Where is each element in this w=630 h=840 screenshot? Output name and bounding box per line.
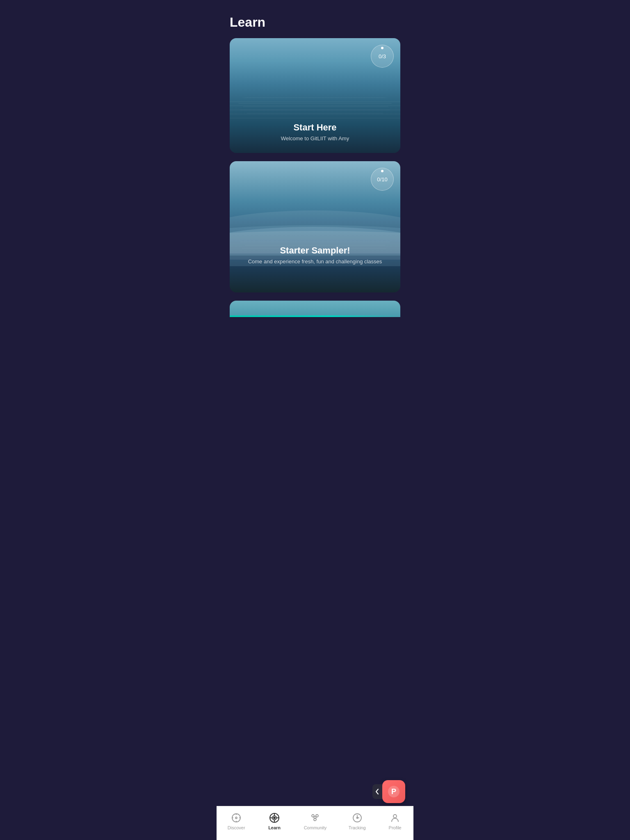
nav-label-community: Community (304, 825, 327, 830)
floating-app-chevron[interactable] (372, 784, 382, 799)
svg-point-2 (232, 814, 240, 822)
svg-point-10 (274, 817, 275, 819)
svg-point-17 (314, 818, 316, 821)
card-subtitle-1: Welcome to GitLIIT with Amy (238, 135, 392, 142)
card-inner-1: 0/3 Start Here Welcome to GitLIIT with A… (230, 38, 400, 153)
nav-item-community[interactable]: Community (299, 810, 332, 832)
card-title-1: Start Here (238, 122, 392, 133)
course-card-start-here[interactable]: 0/3 Start Here Welcome to GitLIIT with A… (230, 38, 400, 153)
nav-label-discover: Discover (228, 825, 245, 830)
third-card-peek[interactable] (230, 301, 400, 317)
progress-dot-2 (381, 170, 383, 172)
svg-point-22 (356, 817, 358, 819)
card-subtitle-2: Come and experience fresh, fun and chall… (238, 258, 392, 265)
svg-point-3 (235, 817, 237, 819)
progress-badge-2: 0/10 (371, 168, 394, 191)
svg-point-23 (393, 815, 397, 818)
tracking-icon (352, 812, 363, 824)
community-icon (309, 812, 321, 824)
compass-icon (231, 812, 242, 824)
nav-label-profile: Profile (389, 825, 402, 830)
progress-dot-1 (381, 47, 383, 49)
svg-line-20 (315, 817, 317, 819)
profile-icon (389, 812, 401, 824)
progress-badge-1: 0/3 (371, 45, 394, 68)
nav-label-tracking: Tracking (349, 825, 366, 830)
progress-text-1: 0/3 (379, 53, 386, 59)
card-inner-2: 0/10 Starter Sampler! Come and experienc… (230, 161, 400, 276)
page-container: Learn 0/3 Start Here (217, 0, 413, 350)
page-title: Learn (230, 15, 400, 30)
card-title-2: Starter Sampler! (238, 245, 392, 256)
svg-line-19 (313, 817, 315, 819)
card-content-1: Start Here Welcome to GitLIIT with Amy (238, 122, 392, 145)
course-cards-list: 0/3 Start Here Welcome to GitLIIT with A… (217, 38, 413, 292)
nav-item-tracking[interactable]: Tracking (344, 810, 371, 832)
bottom-navigation: Discover Learn (217, 806, 413, 840)
chevron-left-icon (375, 788, 379, 795)
course-card-starter-sampler[interactable]: 0/10 Starter Sampler! Come and experienc… (230, 161, 400, 292)
page-header: Learn (217, 0, 413, 38)
svg-text:P: P (391, 788, 396, 796)
nav-item-discover[interactable]: Discover (223, 810, 250, 832)
nav-item-profile[interactable]: Profile (383, 810, 407, 832)
learn-icon (269, 812, 280, 824)
teal-progress-bar (230, 315, 400, 317)
floating-app-button[interactable]: P (382, 780, 405, 803)
nav-item-learn[interactable]: Learn (262, 810, 287, 832)
app-logo-icon: P (387, 785, 400, 798)
card-content-2: Starter Sampler! Come and experience fre… (238, 245, 392, 268)
nav-label-learn: Learn (268, 825, 281, 830)
progress-text-2: 0/10 (377, 176, 387, 183)
third-card-peek-bg (230, 301, 400, 317)
